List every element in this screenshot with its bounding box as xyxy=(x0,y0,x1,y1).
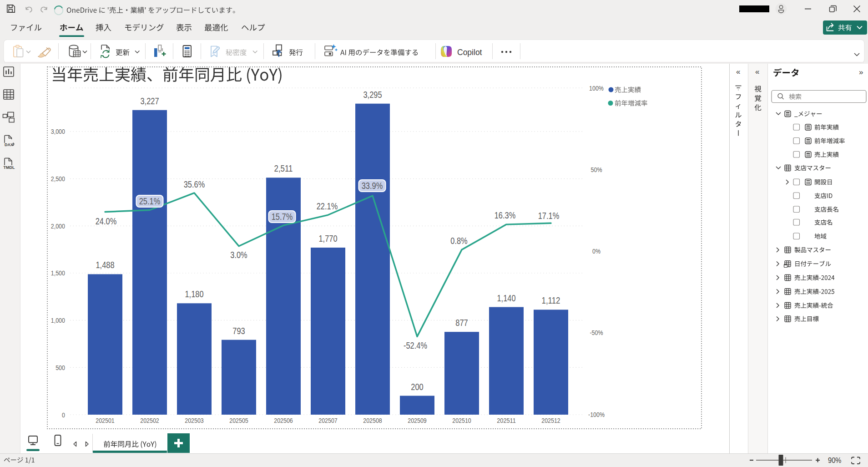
svg-text:»: » xyxy=(859,68,863,76)
svg-text:202511: 202511 xyxy=(497,416,516,424)
svg-text:100%: 100% xyxy=(589,84,604,92)
svg-text:1,112: 1,112 xyxy=(542,295,560,305)
svg-text:200: 200 xyxy=(411,381,423,392)
svg-text:3,227: 3,227 xyxy=(141,96,159,106)
svg-text:90%: 90% xyxy=(828,456,842,464)
svg-text:202509: 202509 xyxy=(408,416,427,424)
svg-text:1,488: 1,488 xyxy=(96,259,115,270)
svg-text:1,140: 1,140 xyxy=(497,293,516,303)
svg-text:1,500: 1,500 xyxy=(51,269,65,277)
svg-text:202502: 202502 xyxy=(140,416,159,424)
svg-text:0%: 0% xyxy=(592,247,601,255)
svg-text:16.3%: 16.3% xyxy=(495,210,516,220)
svg-text:2,511: 2,511 xyxy=(274,163,293,173)
svg-text:TMDL: TMDL xyxy=(4,165,15,170)
svg-text:-52.4%: -52.4% xyxy=(404,340,427,350)
svg-text:2,500: 2,500 xyxy=(51,175,65,183)
svg-text:DAX: DAX xyxy=(5,142,13,147)
svg-text:2,000: 2,000 xyxy=(51,222,65,230)
svg-text:24.0%: 24.0% xyxy=(96,216,117,226)
svg-text:1,770: 1,770 xyxy=(319,233,338,244)
svg-text:-50%: -50% xyxy=(590,329,603,336)
svg-text:877: 877 xyxy=(455,317,468,328)
svg-text:202505: 202505 xyxy=(229,416,248,424)
svg-text:15.7%: 15.7% xyxy=(272,211,293,222)
svg-text:25.1%: 25.1% xyxy=(139,196,161,206)
svg-text:0: 0 xyxy=(62,411,65,419)
svg-text:202508: 202508 xyxy=(363,416,382,424)
svg-text:17.1%: 17.1% xyxy=(538,210,560,221)
svg-text:500: 500 xyxy=(56,364,65,371)
svg-text:35.6%: 35.6% xyxy=(184,179,205,189)
svg-text:202510: 202510 xyxy=(452,416,471,424)
svg-text:50%: 50% xyxy=(591,166,602,173)
svg-text:22.1%: 22.1% xyxy=(317,201,338,211)
svg-text:3.0%: 3.0% xyxy=(230,249,247,260)
svg-text:1,180: 1,180 xyxy=(185,289,204,299)
svg-text:0.8%: 0.8% xyxy=(450,235,467,246)
svg-text:«: « xyxy=(736,67,740,76)
svg-text:202507: 202507 xyxy=(318,416,338,424)
svg-text:«: « xyxy=(755,67,759,76)
svg-text:33.9%: 33.9% xyxy=(362,180,383,191)
svg-text:202503: 202503 xyxy=(185,416,204,424)
svg-text:793: 793 xyxy=(232,325,245,336)
svg-text:3,295: 3,295 xyxy=(363,89,382,100)
svg-text:-100%: -100% xyxy=(588,411,605,418)
svg-text:202506: 202506 xyxy=(274,416,293,424)
svg-text:3,000: 3,000 xyxy=(51,127,65,135)
svg-text:Copilot: Copilot xyxy=(457,48,482,57)
svg-text:1,000: 1,000 xyxy=(51,316,65,324)
svg-text:202512: 202512 xyxy=(541,416,560,424)
svg-text:202501: 202501 xyxy=(96,416,115,424)
